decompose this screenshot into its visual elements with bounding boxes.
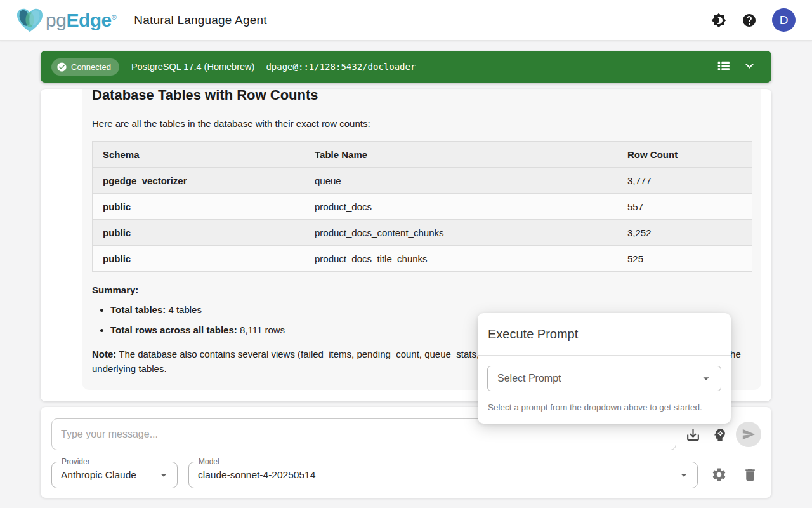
select-prompt-dropdown[interactable]: Select Prompt (487, 366, 721, 391)
table-cell: public (93, 246, 304, 272)
connection-collapse-chevron-icon[interactable] (742, 58, 757, 76)
model-select[interactable]: Model claude-sonnet-4-20250514 (188, 462, 698, 488)
download-icon[interactable] (685, 427, 701, 443)
dark-mode-toggle-icon[interactable] (711, 13, 726, 28)
table-cell: 525 (617, 246, 752, 272)
provider-select[interactable]: Provider Anthropic Claude (51, 462, 178, 488)
dropdown-arrow-icon (157, 468, 171, 482)
results-table: Schema Table Name Row Count pgedge_vecto… (92, 141, 752, 272)
dropdown-arrow-icon (677, 468, 691, 482)
server-version-label: PostgreSQL 17.4 (Homebrew) (131, 62, 255, 72)
table-cell: public (93, 194, 304, 220)
table-row: public product_docs_title_chunks 525 (93, 246, 752, 272)
execute-prompt-panel: Execute Prompt Select Prompt Select a pr… (478, 313, 731, 424)
dropdown-arrow-icon (699, 371, 713, 385)
send-icon (742, 427, 756, 441)
page-title: Natural Language Agent (134, 13, 266, 27)
table-header-cell: Table Name (304, 142, 617, 168)
table-cell: 557 (617, 194, 752, 220)
pgedge-heart-icon (15, 7, 44, 34)
user-avatar[interactable]: D (772, 8, 796, 32)
table-cell: product_docs_title_chunks (304, 246, 617, 272)
connection-status-label: Connected (71, 62, 111, 72)
table-row: public product_docs 557 (93, 194, 752, 220)
select-prompt-value: Select Prompt (497, 373, 561, 384)
execute-prompt-title: Execute Prompt (488, 326, 721, 342)
connection-string: dpage@::1/128:5432/docloader (266, 62, 416, 72)
connection-bar: Connected PostgreSQL 17.4 (Homebrew) dpa… (41, 51, 771, 83)
table-cell: queue (304, 168, 617, 194)
table-cell: product_docs_content_chunks (304, 220, 617, 246)
table-row: pgedge_vectorizer queue 3,777 (93, 168, 752, 194)
summary-heading: Summary: (92, 284, 751, 295)
clear-chat-trash-icon[interactable] (742, 467, 758, 483)
table-header-row: Schema Table Name Row Count (93, 142, 752, 168)
check-circle-icon (56, 62, 67, 72)
table-header-cell: Row Count (617, 142, 752, 168)
connection-status-badge: Connected (51, 58, 119, 76)
table-cell: product_docs (304, 194, 617, 220)
connection-list-icon[interactable] (716, 58, 731, 76)
table-cell: 3,777 (617, 168, 752, 194)
table-cell: pgedge_vectorizer (93, 168, 304, 194)
message-heading: Database Tables with Row Counts (92, 89, 751, 104)
execute-prompt-helper-text: Select a prompt from the dropdown above … (488, 403, 721, 412)
message-intro: Here are all the tables in the database … (92, 117, 751, 130)
ai-psychology-icon[interactable] (712, 427, 728, 443)
table-row: public product_docs_content_chunks 3,252 (93, 220, 752, 246)
settings-gear-icon[interactable] (711, 467, 727, 483)
pgedge-logo-text: pgEdge® (46, 10, 116, 31)
table-cell: public (93, 220, 304, 246)
table-header-cell: Schema (93, 142, 304, 168)
app-header: pgEdge® Natural Language Agent D (0, 0, 812, 41)
provider-value: Anthropic Claude (61, 469, 136, 481)
model-label: Model (195, 457, 223, 466)
table-cell: 3,252 (617, 220, 752, 246)
send-button[interactable] (736, 422, 761, 447)
pgedge-logo: pgEdge® (15, 7, 116, 34)
help-icon[interactable] (742, 13, 757, 28)
divider (478, 355, 731, 356)
model-value: claude-sonnet-4-20250514 (198, 469, 315, 481)
provider-label: Provider (58, 457, 93, 466)
